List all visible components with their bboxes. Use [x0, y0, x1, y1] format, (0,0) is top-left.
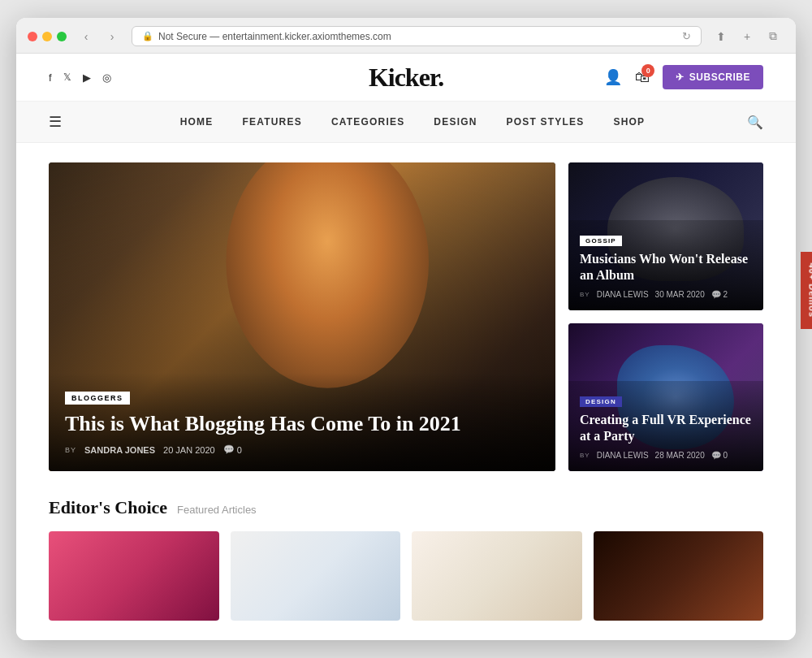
facebook-icon[interactable]: f	[49, 71, 52, 84]
twitter-icon[interactable]: 𝕏	[63, 71, 71, 83]
hero-grid: BLOGGERS This is What Blogging Has Come …	[49, 162, 763, 471]
gossip-by-label: BY	[580, 291, 590, 298]
social-icons: f 𝕏 ▶ ◎	[49, 71, 111, 84]
browser-actions: ⬆ + ⧉	[710, 28, 784, 45]
demos-tab[interactable]: 40+ Demos	[801, 252, 812, 329]
hero-comments: 💬 0	[223, 444, 242, 455]
browser-window: ‹ › 🔒 Not Secure — entertainment.kicker.…	[16, 18, 796, 640]
site-content: f 𝕏 ▶ ◎ Kicker. 👤 🛍 0 ✈ SUBSCRIBE ☰	[16, 54, 796, 640]
search-icon[interactable]: 🔍	[747, 115, 763, 130]
nav-links: HOME FEATURES CATEGORIES DESIGN POST STY…	[78, 103, 747, 141]
top-actions: 👤 🛍 0 ✈ SUBSCRIBE	[604, 65, 763, 89]
reload-icon[interactable]: ↻	[682, 30, 691, 42]
maximize-button[interactable]	[57, 32, 67, 41]
share-button[interactable]: ⬆	[710, 28, 732, 45]
gossip-title: Musicians Who Won't Release an Album	[580, 251, 752, 284]
editor-card-2[interactable]	[231, 531, 401, 621]
minimize-button[interactable]	[42, 32, 52, 41]
nav-categories[interactable]: CATEGORIES	[317, 103, 419, 141]
editor-card-4[interactable]	[594, 531, 764, 621]
design-author: DIANA LEWIS	[597, 451, 649, 460]
design-date: 28 MAR 2020	[655, 451, 705, 460]
tabs-button[interactable]: ⧉	[762, 28, 784, 45]
design-card[interactable]: DESIGN Creating a Full VR Experience at …	[568, 323, 763, 471]
hero-title: This is What Blogging Has Come To in 202…	[65, 411, 539, 436]
nav-design[interactable]: DESIGN	[419, 103, 491, 141]
traffic-lights	[28, 32, 67, 41]
hero-category-tag: BLOGGERS	[65, 392, 130, 405]
design-comments: 💬 0	[711, 451, 728, 460]
nav-post-styles[interactable]: POST STYLES	[492, 103, 599, 141]
hamburger-menu[interactable]: ☰	[49, 102, 62, 142]
browser-nav: ‹ ›	[75, 28, 123, 45]
address-bar[interactable]: 🔒 Not Secure — entertainment.kicker.axio…	[132, 26, 702, 46]
design-overlay: DESIGN Creating a Full VR Experience at …	[568, 381, 763, 471]
nav-features[interactable]: FEATURES	[228, 103, 317, 141]
user-icon[interactable]: 👤	[604, 68, 622, 86]
gossip-category-tag: GOSSIP	[580, 236, 622, 246]
gossip-author: DIANA LEWIS	[597, 290, 649, 299]
editor-card-2-image	[231, 531, 401, 621]
youtube-icon[interactable]: ▶	[83, 71, 91, 84]
editor-card-3-image	[412, 531, 582, 621]
top-bar: f 𝕏 ▶ ◎ Kicker. 👤 🛍 0 ✈ SUBSCRIBE	[16, 54, 796, 102]
subscribe-label: SUBSCRIBE	[689, 71, 750, 83]
cart-badge: 0	[641, 64, 654, 77]
hero-date: 20 JAN 2020	[163, 445, 215, 455]
editor-card-1[interactable]	[49, 531, 219, 621]
design-category-tag: DESIGN	[580, 396, 622, 407]
new-tab-button[interactable]: +	[736, 28, 758, 45]
lock-icon: 🔒	[142, 31, 153, 41]
design-meta: BY DIANA LEWIS 28 MAR 2020 💬 0	[580, 451, 752, 460]
design-by-label: BY	[580, 452, 590, 459]
gossip-card[interactable]: GOSSIP Musicians Who Won't Release an Al…	[568, 162, 763, 310]
main-content: BLOGGERS This is What Blogging Has Come …	[16, 143, 796, 640]
hero-comment-count: 0	[237, 445, 242, 455]
instagram-icon[interactable]: ◎	[102, 71, 111, 84]
editors-choice-section: Editor's Choice Featured Articles	[49, 497, 763, 621]
design-title: Creating a Full VR Experience at a Party	[580, 412, 752, 444]
nav-bar: ☰ HOME FEATURES CATEGORIES DESIGN POST S…	[16, 102, 796, 143]
comment-bubble-icon: 💬	[223, 444, 235, 455]
editors-choice-subtitle: Featured Articles	[177, 504, 257, 516]
close-button[interactable]	[28, 32, 37, 41]
hero-author: SANDRA JONES	[84, 445, 155, 455]
editor-card-4-image	[594, 531, 764, 621]
gossip-meta: BY DIANA LEWIS 30 MAR 2020 💬 2	[580, 290, 752, 299]
subscribe-icon: ✈	[676, 71, 685, 83]
hero-main-card[interactable]: BLOGGERS This is What Blogging Has Come …	[49, 162, 555, 471]
gossip-date: 30 MAR 2020	[655, 290, 705, 299]
subscribe-button[interactable]: ✈ SUBSCRIBE	[663, 65, 763, 89]
nav-home[interactable]: HOME	[166, 103, 228, 141]
site-logo[interactable]: Kicker.	[369, 63, 443, 93]
back-button[interactable]: ‹	[75, 28, 97, 45]
hero-by-label: BY	[65, 446, 76, 454]
gossip-overlay: GOSSIP Musicians Who Won't Release an Al…	[568, 220, 763, 310]
editors-choice-title: Editor's Choice	[49, 497, 167, 518]
hero-meta: BY SANDRA JONES 20 JAN 2020 💬 0	[65, 444, 539, 455]
editors-header: Editor's Choice Featured Articles	[49, 497, 763, 518]
editor-card-3[interactable]	[412, 531, 582, 621]
hero-overlay: BLOGGERS This is What Blogging Has Come …	[49, 373, 555, 471]
browser-chrome: ‹ › 🔒 Not Secure — entertainment.kicker.…	[16, 18, 796, 54]
cart-wrapper[interactable]: 🛍 0	[635, 69, 650, 86]
gossip-comments: 💬 2	[711, 290, 728, 299]
right-cards: GOSSIP Musicians Who Won't Release an Al…	[568, 162, 763, 471]
forward-button[interactable]: ›	[101, 28, 123, 45]
nav-shop[interactable]: SHOP	[598, 103, 659, 141]
url-text: Not Secure — entertainment.kicker.axiomt…	[158, 31, 391, 42]
editors-grid	[49, 531, 763, 621]
editor-card-1-image	[49, 531, 219, 621]
